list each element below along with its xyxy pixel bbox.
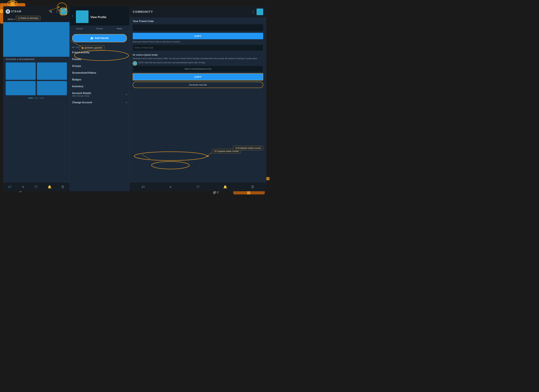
right-list-icon: ≡	[170, 185, 172, 189]
content-item-inventory[interactable]: Inventory	[70, 83, 129, 90]
right-hamburger-icon: ☰	[251, 185, 254, 189]
svg-line-9	[51, 12, 52, 13]
hamburger-icon: ☰	[61, 185, 64, 189]
quick-invite-title: Or send a Quick Invite	[133, 53, 263, 56]
arrow-right-icon-2: ›	[126, 101, 127, 104]
content-item-screenshots[interactable]: Screenshots/Videos	[70, 70, 129, 76]
right-nav-bell[interactable]: 🔔	[212, 184, 239, 190]
friend-code-display	[133, 24, 263, 31]
right-bottom-nav: 🏷 ≡ 🛡 🔔 ☰	[130, 182, 266, 191]
right-bell-icon: 🔔	[223, 185, 227, 189]
right-nav-hamburger[interactable]: ☰	[239, 184, 266, 190]
copy-button-1[interactable]: COPY	[133, 33, 263, 39]
note-section: ✓ NOTE: Each link can only be used once …	[133, 61, 263, 66]
friend-code-title: Your Friend Code	[133, 20, 263, 23]
bell-icon: 🔔	[48, 185, 52, 189]
add-friends-area: Add friends	[70, 32, 129, 44]
add-friends-button[interactable]: Add friends	[72, 34, 127, 42]
featured-item-3	[6, 81, 36, 95]
community-more-button[interactable]: ⋮	[251, 10, 255, 14]
check-icon: ✓	[133, 61, 137, 66]
nav-shield[interactable]: 🛡	[30, 184, 43, 190]
right-nav-tag[interactable]: 🏷	[130, 184, 157, 190]
steam-logo-text: STEAM	[11, 10, 21, 13]
list-icon: ≡	[22, 185, 24, 189]
content-item-groups[interactable]: Groups	[70, 63, 129, 70]
featured-item-4	[37, 81, 67, 95]
avatar[interactable]	[60, 8, 67, 15]
right-panel: COMMUNITY ⋮ Your Friend Code COPY Enter …	[129, 6, 266, 191]
content-item-friend-activity[interactable]: Friend Activity	[70, 49, 129, 56]
annotation-1: 1) Жмем на аватарку	[16, 16, 41, 20]
dot-2	[34, 98, 39, 98]
more-options-button[interactable]: ⋮	[55, 9, 59, 14]
dot-active	[28, 98, 33, 98]
quick-invite-desc: Generate a link to share via email or SM…	[133, 57, 263, 60]
community-header: COMMUNITY ⋮	[130, 6, 266, 17]
annotation-2: 2) «Добавить друзей»	[79, 45, 105, 50]
nav-hamburger[interactable]: ☰	[56, 184, 69, 190]
note-text: NOTE: Each link can only be used once an…	[138, 61, 206, 64]
steam-logo: ⚙ STEAM	[6, 9, 21, 14]
shield-icon: 🛡	[35, 185, 38, 189]
left-bottom-nav: 🏷 ≡ 🛡 🔔 ☰	[3, 182, 69, 191]
right-nav-list[interactable]: ≡	[157, 184, 184, 190]
content-item-badges[interactable]: Badges	[70, 76, 129, 83]
progress-dots	[3, 96, 69, 100]
featured-grid	[3, 61, 69, 96]
featured-banner	[3, 22, 69, 57]
right-tag-icon: 🏷	[142, 185, 145, 189]
friend-code-section: Your Friend Code COPY Enter your friend'…	[133, 20, 263, 51]
steam-header: ⚙ STEAM ⋮	[3, 6, 69, 17]
featured-label: FEATURED & RECOMMENDED	[3, 57, 69, 61]
middle-panel: 2) «Добавить друзей» ‹ View Profile Game…	[69, 6, 129, 191]
my-content-section: MY CONTENT Friend Activity Friends Group…	[70, 44, 129, 191]
community-header-right: ⋮	[251, 9, 263, 15]
friend-code-helper: Enter your friend's Friend Code to invit…	[133, 41, 263, 43]
nav-list[interactable]: ≡	[16, 184, 30, 190]
profile-avatar	[76, 10, 88, 23]
right-nav-shield[interactable]: 🛡	[184, 184, 212, 190]
friend-code-input[interactable]	[133, 44, 263, 51]
featured-area: FEATURED & RECOMMENDED	[3, 22, 69, 182]
tab-games[interactable]: Games	[70, 26, 89, 32]
quick-invite-section: Or send a Quick Invite Generate a link t…	[133, 53, 263, 88]
content-item-account[interactable]: Account Details Store, Security, Family …	[70, 90, 129, 99]
invite-link-display: https://s.team/p/ваша/ссылка	[133, 66, 263, 72]
nav-tag[interactable]: 🏷	[3, 184, 16, 190]
steam-logo-icon: ⚙	[6, 9, 10, 14]
featured-item-2	[37, 62, 67, 80]
profile-tabs: Games Friends Wallet	[70, 26, 129, 32]
featured-item-1	[6, 62, 36, 80]
tab-friends[interactable]: Friends	[89, 26, 109, 32]
nav-bell[interactable]: 🔔	[43, 184, 56, 190]
generate-link-button[interactable]: Generate new link	[133, 82, 263, 88]
tab-wallet[interactable]: Wallet	[110, 26, 129, 32]
dot-3	[40, 98, 44, 98]
search-button[interactable]	[48, 9, 53, 14]
content-item-change-account[interactable]: Change Account ›	[70, 99, 129, 106]
right-shield-icon: 🛡	[197, 185, 200, 189]
profile-header: ‹ View Profile	[70, 6, 129, 26]
community-avatar	[257, 9, 263, 15]
community-title: COMMUNITY	[133, 10, 153, 14]
nav-menu[interactable]: MENU ▾	[6, 17, 17, 22]
back-button[interactable]: ‹	[71, 13, 74, 19]
copy-button-2[interactable]: COPY	[133, 73, 263, 80]
tag-icon: 🏷	[8, 185, 11, 189]
view-profile-button[interactable]: View Profile	[90, 14, 106, 20]
left-panel: 1) Жмем на аватарку ⚙ STEAM ⋮	[3, 6, 69, 191]
community-content: Your Friend Code COPY Enter your friend'…	[130, 17, 266, 182]
annotation-4: 4) Копируем новую ссылку	[233, 146, 263, 150]
content-item-friends[interactable]: Friends	[70, 56, 129, 63]
svg-point-10	[91, 37, 92, 38]
arrow-right-icon: ›	[126, 93, 127, 96]
